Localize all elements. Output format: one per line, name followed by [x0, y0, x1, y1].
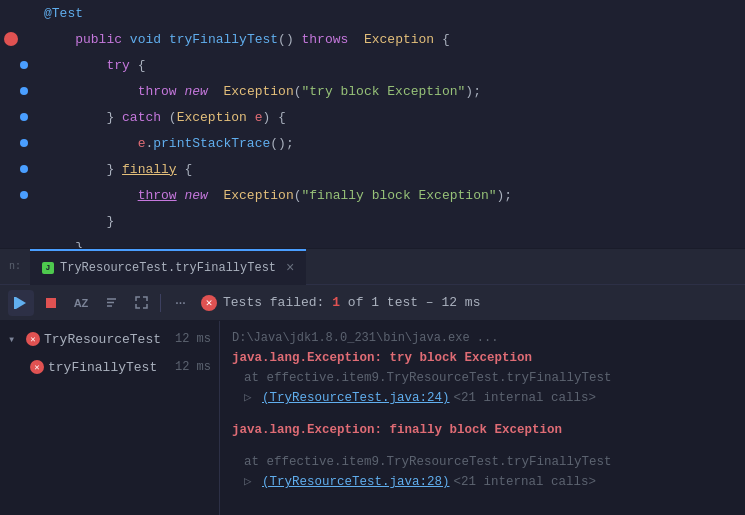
run-icon	[14, 296, 28, 310]
tree-time-child: 12 ms	[175, 360, 219, 374]
svg-marker-0	[16, 297, 26, 309]
code-line-8: throw new Exception("finally block Excep…	[0, 182, 745, 208]
str-finally: "finally block Exception"	[302, 188, 497, 203]
close: );	[465, 84, 481, 99]
output-link2[interactable]: (TryResourceTest.java:28)	[262, 472, 450, 492]
output-link1-line: ▷ (TryResourceTest.java:24) <21 internal…	[232, 388, 733, 408]
code-content-6: e.printStackTrace();	[40, 136, 745, 151]
stop-button[interactable]	[38, 290, 64, 316]
test-status: ✕ Tests failed: 1 of 1 test – 12 ms	[201, 295, 480, 311]
code-content-2: public void tryFinallyTest() throws Exce…	[40, 32, 745, 47]
code-line-9: }	[0, 208, 745, 234]
expand-icon	[135, 296, 148, 309]
code-line-1: @Test	[0, 0, 745, 26]
paren: ()	[278, 32, 301, 47]
kw-void: void	[130, 32, 161, 47]
run-all-button[interactable]	[8, 290, 34, 316]
tree-label-child: tryFinallyTest	[48, 360, 157, 375]
finally-keyword: finally	[122, 162, 177, 177]
sp: {	[177, 162, 193, 177]
status-text: Tests failed: 1 of 1 test – 12 ms	[223, 295, 480, 310]
tree-error-icon-2: ✕	[30, 360, 44, 374]
test-output[interactable]: D:\Java\jdk1.8.0_231\bin\java.exe ... ja…	[220, 321, 745, 515]
code-line-5: } catch (Exception e) {	[0, 104, 745, 130]
debug-dot	[20, 61, 28, 69]
expand-button[interactable]	[128, 290, 154, 316]
debug-dot-6	[20, 139, 28, 147]
code-content-7: } finally {	[40, 162, 745, 177]
output-arrow-2: ▷	[244, 472, 258, 492]
tab-left-indicator: n:	[0, 249, 30, 285]
chevron-down-icon: ▾	[8, 332, 22, 347]
status-error-icon: ✕	[201, 295, 217, 311]
cl: );	[497, 188, 513, 203]
svg-rect-1	[14, 297, 16, 309]
type-ex: Exception	[216, 84, 294, 99]
test-panel: AZ ··· ✕ Tests failed: 1 of 1 test – 12 …	[0, 284, 745, 515]
output-path-line: D:\Java\jdk1.8.0_231\bin\java.exe ...	[232, 329, 733, 348]
active-tab[interactable]: J TryResourceTest.tryFinallyTest ×	[30, 249, 306, 285]
status-failed-count: 1	[332, 295, 340, 310]
throw-keyword: throw	[138, 188, 177, 203]
status-suffix: of 1 test – 12 ms	[340, 295, 480, 310]
kw-throws: throws	[302, 32, 349, 47]
output-path: D:\Java\jdk1.8.0_231\bin\java.exe ...	[232, 329, 498, 348]
space: (	[161, 110, 177, 125]
sort-alpha-button[interactable]: AZ	[68, 290, 94, 316]
code-content-1: @Test	[40, 6, 745, 21]
sort-order-button[interactable]	[98, 290, 124, 316]
output-arrow-1: ▷	[244, 388, 258, 408]
sort-icon	[105, 296, 118, 309]
output-exception2: java.lang.Exception: finally block Excep…	[232, 420, 562, 440]
close-paren: ) {	[262, 110, 285, 125]
breakpoint-marker[interactable]	[4, 32, 18, 46]
output-exception1: java.lang.Exception: try block Exception	[232, 348, 532, 368]
tab-bar: n: J TryResourceTest.tryFinallyTest ×	[0, 248, 745, 284]
toolbar-divider	[160, 294, 161, 312]
tree-item-parent[interactable]: ▾ ✕ TryResourceTest 12 ms	[0, 325, 219, 353]
brace-open: {	[434, 32, 450, 47]
debug-dot-8	[20, 191, 28, 199]
code-content-8: throw new Exception("finally block Excep…	[40, 188, 745, 203]
output-at2: at effective.item9.TryResourceTest.tryFi…	[232, 452, 612, 472]
type-ex2: Exception	[223, 188, 293, 203]
output-at1-line: at effective.item9.TryResourceTest.tryFi…	[232, 368, 733, 388]
tree-time-parent: 12 ms	[175, 332, 219, 346]
output-at2-line: at effective.item9.TryResourceTest.tryFi…	[232, 452, 733, 472]
tree-error-icon-1: ✕	[26, 332, 40, 346]
tree-label-parent: TryResourceTest	[44, 332, 161, 347]
kw-new: new	[184, 84, 207, 99]
kw-catch: catch	[122, 110, 161, 125]
test-content: ▾ ✕ TryResourceTest 12 ms ✕ tryFinallyTe…	[0, 321, 745, 515]
test-tree: ▾ ✕ TryResourceTest 12 ms ✕ tryFinallyTe…	[0, 321, 220, 515]
output-spacer1	[232, 408, 733, 420]
kw-new2: new	[184, 188, 207, 203]
sp3	[208, 188, 224, 203]
type-exception: Exception	[356, 32, 434, 47]
code-editor: @Test public void tryFinallyTest() throw…	[0, 0, 745, 248]
tab-close-button[interactable]: ×	[286, 260, 294, 276]
code-line-6: e.printStackTrace();	[0, 130, 745, 156]
scroll-indicator: n:	[9, 261, 21, 272]
brace: {	[130, 58, 146, 73]
tree-item-child[interactable]: ✕ tryFinallyTest 12 ms	[0, 353, 219, 381]
debug-dot-7	[20, 165, 28, 173]
output-link2-line: ▷ (TryResourceTest.java:28) <21 internal…	[232, 472, 733, 492]
tab-icon: J	[42, 262, 54, 274]
kw-public: public	[75, 32, 122, 47]
output-internal1: <21 internal calls>	[454, 388, 597, 408]
tab-label: TryResourceTest.tryFinallyTest	[60, 261, 276, 275]
test-toolbar: AZ ··· ✕ Tests failed: 1 of 1 test – 12 …	[0, 285, 745, 321]
semi: ();	[270, 136, 293, 151]
output-spacer2	[232, 440, 733, 452]
output-link1[interactable]: (TryResourceTest.java:24)	[262, 388, 450, 408]
output-exception2-line: java.lang.Exception: finally block Excep…	[232, 420, 733, 440]
code-line-3: try {	[0, 52, 745, 78]
code-content-10: }	[40, 240, 745, 249]
method-print: printStackTrace	[153, 136, 270, 151]
more-options-button[interactable]: ···	[167, 290, 193, 316]
brace-c3: }	[106, 214, 114, 229]
output-internal2: <21 internal calls>	[454, 472, 597, 492]
code-line-10: }	[0, 234, 745, 248]
paren2: (	[294, 84, 302, 99]
